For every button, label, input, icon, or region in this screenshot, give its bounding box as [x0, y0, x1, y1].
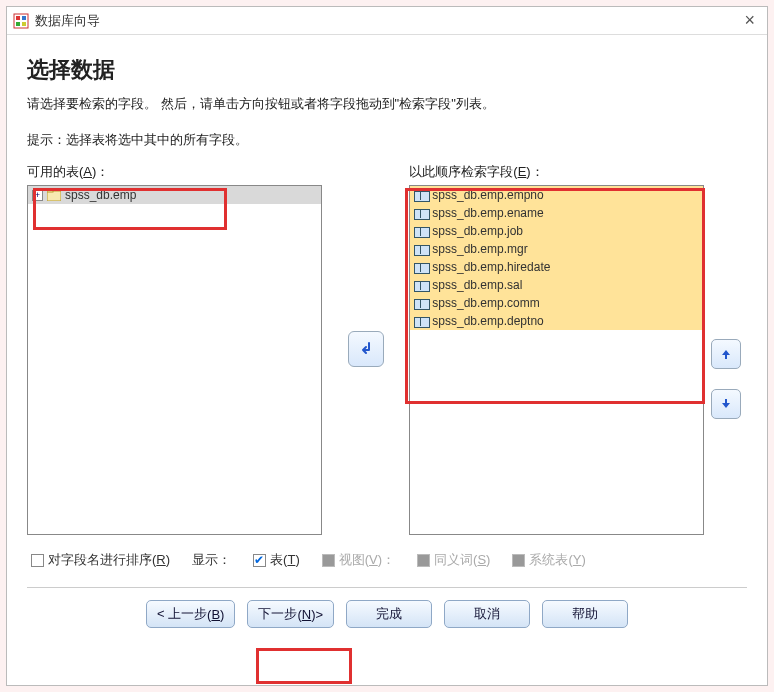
wizard-buttons: < 上一步(B) 下一步(N) > 完成 取消 帮助 [27, 600, 747, 628]
retrieve-fields-label: 以此顺序检索字段(E)： [409, 163, 704, 181]
field-icon [414, 261, 428, 273]
field-item[interactable]: spss_db.emp.ename [410, 204, 703, 222]
field-item[interactable]: spss_db.emp.deptno [410, 312, 703, 330]
field-label: spss_db.emp.empno [432, 188, 543, 202]
window-title: 数据库向导 [35, 12, 100, 30]
move-field-button[interactable] [348, 331, 384, 367]
divider [27, 587, 747, 588]
field-item[interactable]: spss_db.emp.sal [410, 276, 703, 294]
finish-button[interactable]: 完成 [346, 600, 432, 628]
svg-rect-2 [22, 16, 26, 20]
next-button[interactable]: 下一步(N) > [247, 600, 334, 628]
show-synonyms-checkbox: 同义词(S) [417, 551, 490, 569]
back-button[interactable]: < 上一步(B) [146, 600, 236, 628]
svg-rect-3 [16, 22, 20, 26]
field-item[interactable]: spss_db.emp.empno [410, 186, 703, 204]
field-item[interactable]: spss_db.emp.job [410, 222, 703, 240]
field-label: spss_db.emp.comm [432, 296, 539, 310]
show-views-checkbox: 视图(V)： [322, 551, 395, 569]
expand-icon[interactable]: + [32, 190, 43, 201]
svg-rect-6 [47, 189, 53, 192]
field-label: spss_db.emp.sal [432, 278, 522, 292]
field-icon [414, 207, 428, 219]
sort-fields-checkbox[interactable]: 对字段名进行排序(R) [31, 551, 170, 569]
field-label: spss_db.emp.ename [432, 206, 543, 220]
app-icon [13, 13, 29, 29]
field-icon [414, 315, 428, 327]
show-label: 显示： [192, 551, 231, 569]
field-icon [414, 297, 428, 309]
help-button[interactable]: 帮助 [542, 600, 628, 628]
page-hint: 提示：选择表将选中其中的所有字段。 [27, 131, 747, 149]
database-wizard-window: 数据库向导 × 选择数据 请选择要检索的字段。 然后，请单击方向按钮或者将字段拖… [6, 6, 768, 686]
field-label: spss_db.emp.hiredate [432, 260, 550, 274]
cancel-button[interactable]: 取消 [444, 600, 530, 628]
field-icon [414, 225, 428, 237]
tree-root-label: spss_db.emp [65, 188, 136, 202]
field-label: spss_db.emp.job [432, 224, 523, 238]
available-tables-list[interactable]: + spss_db.emp [27, 185, 322, 535]
available-tables-label: 可用的表(A)： [27, 163, 322, 181]
options-row: 对字段名进行排序(R) 显示： 表(T) 视图(V)： 同义词(S) 系统表(Y… [27, 551, 747, 569]
table-icon [47, 189, 61, 201]
titlebar: 数据库向导 × [7, 7, 767, 35]
field-label: spss_db.emp.mgr [432, 242, 527, 256]
retrieve-fields-list[interactable]: spss_db.emp.empnospss_db.emp.enamespss_d… [409, 185, 704, 535]
field-icon [414, 243, 428, 255]
close-icon[interactable]: × [738, 10, 761, 31]
move-down-button[interactable] [711, 389, 741, 419]
show-tables-checkbox[interactable]: 表(T) [253, 551, 300, 569]
field-item[interactable]: spss_db.emp.hiredate [410, 258, 703, 276]
field-label: spss_db.emp.deptno [432, 314, 543, 328]
field-item[interactable]: spss_db.emp.mgr [410, 240, 703, 258]
page-description: 请选择要检索的字段。 然后，请单击方向按钮或者将字段拖动到"检索字段"列表。 [27, 95, 747, 113]
field-icon [414, 279, 428, 291]
tree-root-item[interactable]: + spss_db.emp [28, 186, 321, 204]
annotation-box [256, 648, 352, 684]
field-icon [414, 189, 428, 201]
page-heading: 选择数据 [27, 55, 747, 85]
svg-rect-1 [16, 16, 20, 20]
svg-rect-4 [22, 22, 26, 26]
show-systables-checkbox: 系统表(Y) [512, 551, 585, 569]
move-up-button[interactable] [711, 339, 741, 369]
field-item[interactable]: spss_db.emp.comm [410, 294, 703, 312]
